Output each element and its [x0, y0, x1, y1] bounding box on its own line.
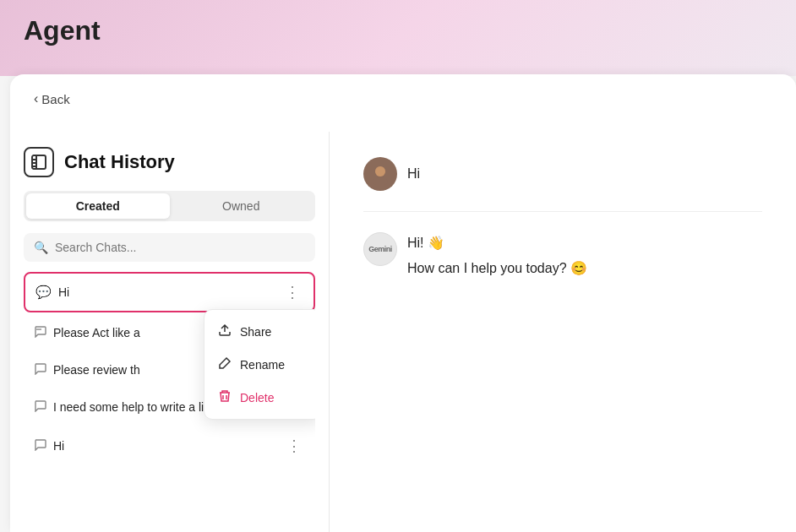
svg-point-7 — [373, 177, 388, 185]
chat-item-text: Hi — [53, 439, 64, 453]
back-button[interactable]: ‹ Back — [34, 91, 70, 106]
chat-item-left: Hi — [34, 438, 64, 453]
message-divider — [363, 211, 762, 212]
search-input[interactable] — [55, 241, 305, 254]
sidebar-icon — [24, 147, 54, 177]
chat-item-text: Please Act like a — [53, 326, 140, 339]
chat-bubble-icon — [34, 399, 46, 415]
chat-item-text: I need some help to write a li — [53, 400, 204, 414]
chat-bubble-icon — [34, 438, 46, 453]
back-label: Back — [41, 92, 69, 106]
chat-item-left: Please Act like a — [34, 325, 140, 340]
bot-message-line-1: Hi! 👋 — [407, 232, 587, 254]
bot-message-row: Gemini Hi! 👋 How can I help you today? 😊 — [363, 232, 762, 279]
header-background — [0, 0, 796, 76]
svg-point-8 — [375, 166, 385, 176]
search-box: 🔍 — [24, 233, 315, 262]
sidebar: Chat History Created Owned 🔍 💬 Hi ⋮ — [10, 132, 330, 532]
search-icon: 🔍 — [34, 241, 48, 254]
chat-item[interactable]: Hi ⋮ — [24, 427, 315, 464]
app-title: Agent — [24, 15, 101, 46]
tab-created[interactable]: Created — [26, 193, 170, 219]
tab-owned[interactable]: Owned — [170, 193, 313, 219]
chat-item-left: Please review th — [34, 362, 140, 377]
chat-more-button[interactable]: ⋮ — [281, 283, 303, 301]
user-message-row: Hi — [363, 157, 762, 191]
chat-list: 💬 Hi ⋮ Share — [24, 272, 315, 464]
rename-icon — [218, 356, 232, 372]
bot-message-block: Hi! 👋 How can I help you today? 😊 — [407, 232, 587, 279]
share-icon — [218, 323, 232, 339]
chat-more-button[interactable]: ⋮ — [283, 437, 305, 455]
chat-item-text: Hi — [58, 285, 69, 299]
sidebar-title: Chat History — [64, 151, 175, 173]
chat-bubble-icon — [34, 325, 46, 340]
chat-item-left: 💬 Hi — [35, 285, 69, 300]
chevron-left-icon: ‹ — [34, 91, 38, 106]
context-menu: Share Rename — [204, 309, 315, 420]
share-label: Share — [240, 325, 271, 339]
menu-item-share[interactable]: Share — [204, 315, 315, 348]
chat-item-left: I need some help to write a li — [34, 399, 204, 415]
chat-item-text: Please review th — [53, 363, 140, 377]
chat-item[interactable]: 💬 Hi ⋮ Share — [24, 272, 315, 312]
rename-label: Rename — [240, 358, 285, 372]
bot-avatar-label: Gemini — [368, 245, 392, 253]
chat-bubble-icon — [34, 362, 46, 377]
user-avatar — [363, 157, 397, 191]
bot-message-line-2: How can I help you today? 😊 — [407, 258, 587, 280]
user-message-text: Hi — [407, 157, 420, 184]
chat-area: Hi Gemini Hi! 👋 How can I help you today… — [330, 132, 796, 532]
bot-avatar: Gemini — [363, 232, 397, 266]
main-card: ‹ Back Chat History Created — [10, 74, 796, 532]
delete-icon — [218, 389, 232, 405]
chat-bubble-icon: 💬 — [35, 285, 52, 300]
menu-item-delete[interactable]: Delete — [204, 381, 315, 414]
delete-label: Delete — [240, 391, 274, 404]
sidebar-header: Chat History — [24, 147, 315, 177]
tabs-container: Created Owned — [24, 191, 315, 221]
content-area: Chat History Created Owned 🔍 💬 Hi ⋮ — [10, 132, 796, 532]
menu-item-rename[interactable]: Rename — [204, 348, 315, 381]
